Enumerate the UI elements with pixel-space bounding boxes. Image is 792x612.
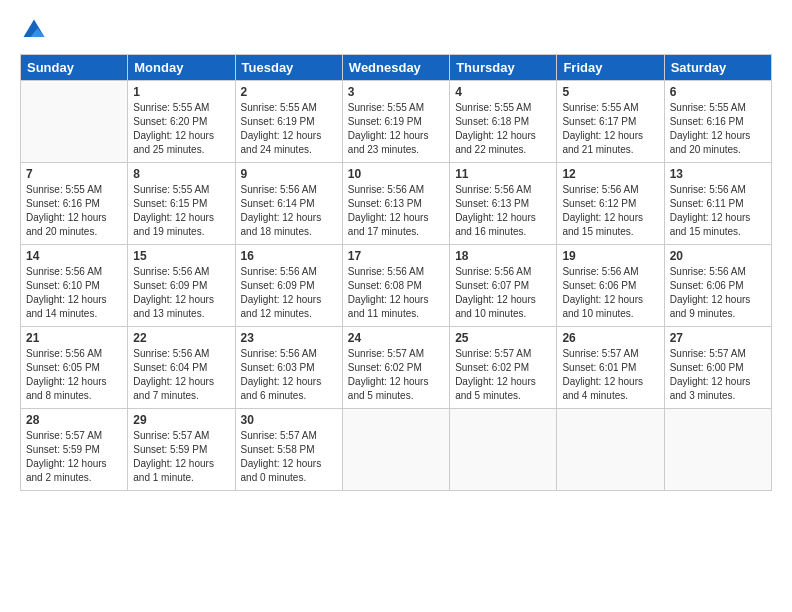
sunrise-label: Sunrise: 5:56 AM [241, 348, 317, 359]
day-number: 13 [670, 167, 766, 181]
daylight-label: Daylight: 12 hours and 7 minutes. [133, 376, 214, 401]
day-cell: 18 Sunrise: 5:56 AM Sunset: 6:07 PM Dayl… [450, 245, 557, 327]
daylight-label: Daylight: 12 hours and 9 minutes. [670, 294, 751, 319]
day-info: Sunrise: 5:56 AM Sunset: 6:06 PM Dayligh… [562, 265, 658, 321]
sunrise-label: Sunrise: 5:56 AM [670, 184, 746, 195]
weekday-header: Monday [128, 55, 235, 81]
week-row: 21 Sunrise: 5:56 AM Sunset: 6:05 PM Dayl… [21, 327, 772, 409]
sunrise-label: Sunrise: 5:56 AM [241, 266, 317, 277]
sunrise-label: Sunrise: 5:55 AM [562, 102, 638, 113]
logo-icon [20, 16, 48, 44]
sunset-label: Sunset: 6:10 PM [26, 280, 100, 291]
day-info: Sunrise: 5:57 AM Sunset: 5:59 PM Dayligh… [26, 429, 122, 485]
sunrise-label: Sunrise: 5:57 AM [348, 348, 424, 359]
day-cell: 12 Sunrise: 5:56 AM Sunset: 6:12 PM Dayl… [557, 163, 664, 245]
day-cell: 5 Sunrise: 5:55 AM Sunset: 6:17 PM Dayli… [557, 81, 664, 163]
logo [20, 16, 52, 44]
day-number: 15 [133, 249, 229, 263]
day-number: 27 [670, 331, 766, 345]
sunrise-label: Sunrise: 5:57 AM [670, 348, 746, 359]
daylight-label: Daylight: 12 hours and 13 minutes. [133, 294, 214, 319]
day-cell: 29 Sunrise: 5:57 AM Sunset: 5:59 PM Dayl… [128, 409, 235, 491]
day-info: Sunrise: 5:56 AM Sunset: 6:06 PM Dayligh… [670, 265, 766, 321]
day-cell [664, 409, 771, 491]
sunset-label: Sunset: 6:18 PM [455, 116, 529, 127]
day-number: 16 [241, 249, 337, 263]
day-cell: 24 Sunrise: 5:57 AM Sunset: 6:02 PM Dayl… [342, 327, 449, 409]
day-number: 18 [455, 249, 551, 263]
day-number: 23 [241, 331, 337, 345]
daylight-label: Daylight: 12 hours and 18 minutes. [241, 212, 322, 237]
sunrise-label: Sunrise: 5:57 AM [26, 430, 102, 441]
daylight-label: Daylight: 12 hours and 4 minutes. [562, 376, 643, 401]
day-info: Sunrise: 5:57 AM Sunset: 6:02 PM Dayligh… [348, 347, 444, 403]
day-number: 8 [133, 167, 229, 181]
sunrise-label: Sunrise: 5:57 AM [241, 430, 317, 441]
day-number: 6 [670, 85, 766, 99]
day-cell: 25 Sunrise: 5:57 AM Sunset: 6:02 PM Dayl… [450, 327, 557, 409]
daylight-label: Daylight: 12 hours and 17 minutes. [348, 212, 429, 237]
day-cell: 28 Sunrise: 5:57 AM Sunset: 5:59 PM Dayl… [21, 409, 128, 491]
weekday-header: Wednesday [342, 55, 449, 81]
sunrise-label: Sunrise: 5:55 AM [133, 102, 209, 113]
day-info: Sunrise: 5:56 AM Sunset: 6:03 PM Dayligh… [241, 347, 337, 403]
day-info: Sunrise: 5:55 AM Sunset: 6:15 PM Dayligh… [133, 183, 229, 239]
day-cell: 1 Sunrise: 5:55 AM Sunset: 6:20 PM Dayli… [128, 81, 235, 163]
week-row: 28 Sunrise: 5:57 AM Sunset: 5:59 PM Dayl… [21, 409, 772, 491]
day-number: 19 [562, 249, 658, 263]
daylight-label: Daylight: 12 hours and 15 minutes. [562, 212, 643, 237]
sunrise-label: Sunrise: 5:57 AM [133, 430, 209, 441]
sunset-label: Sunset: 6:14 PM [241, 198, 315, 209]
daylight-label: Daylight: 12 hours and 5 minutes. [455, 376, 536, 401]
day-number: 22 [133, 331, 229, 345]
daylight-label: Daylight: 12 hours and 10 minutes. [562, 294, 643, 319]
daylight-label: Daylight: 12 hours and 15 minutes. [670, 212, 751, 237]
sunset-label: Sunset: 6:15 PM [133, 198, 207, 209]
daylight-label: Daylight: 12 hours and 5 minutes. [348, 376, 429, 401]
day-cell: 14 Sunrise: 5:56 AM Sunset: 6:10 PM Dayl… [21, 245, 128, 327]
day-cell: 16 Sunrise: 5:56 AM Sunset: 6:09 PM Dayl… [235, 245, 342, 327]
daylight-label: Daylight: 12 hours and 3 minutes. [670, 376, 751, 401]
sunrise-label: Sunrise: 5:55 AM [455, 102, 531, 113]
day-info: Sunrise: 5:55 AM Sunset: 6:17 PM Dayligh… [562, 101, 658, 157]
sunrise-label: Sunrise: 5:56 AM [133, 348, 209, 359]
sunset-label: Sunset: 6:13 PM [455, 198, 529, 209]
sunset-label: Sunset: 5:58 PM [241, 444, 315, 455]
sunrise-label: Sunrise: 5:56 AM [455, 184, 531, 195]
day-cell [21, 81, 128, 163]
day-cell: 19 Sunrise: 5:56 AM Sunset: 6:06 PM Dayl… [557, 245, 664, 327]
daylight-label: Daylight: 12 hours and 11 minutes. [348, 294, 429, 319]
daylight-label: Daylight: 12 hours and 6 minutes. [241, 376, 322, 401]
weekday-header: Thursday [450, 55, 557, 81]
day-info: Sunrise: 5:57 AM Sunset: 5:58 PM Dayligh… [241, 429, 337, 485]
sunrise-label: Sunrise: 5:56 AM [133, 266, 209, 277]
sunrise-label: Sunrise: 5:56 AM [562, 184, 638, 195]
daylight-label: Daylight: 12 hours and 25 minutes. [133, 130, 214, 155]
day-number: 1 [133, 85, 229, 99]
sunrise-label: Sunrise: 5:57 AM [562, 348, 638, 359]
daylight-label: Daylight: 12 hours and 14 minutes. [26, 294, 107, 319]
day-cell: 23 Sunrise: 5:56 AM Sunset: 6:03 PM Dayl… [235, 327, 342, 409]
day-info: Sunrise: 5:55 AM Sunset: 6:20 PM Dayligh… [133, 101, 229, 157]
day-cell: 11 Sunrise: 5:56 AM Sunset: 6:13 PM Dayl… [450, 163, 557, 245]
daylight-label: Daylight: 12 hours and 19 minutes. [133, 212, 214, 237]
day-info: Sunrise: 5:57 AM Sunset: 6:02 PM Dayligh… [455, 347, 551, 403]
day-info: Sunrise: 5:56 AM Sunset: 6:11 PM Dayligh… [670, 183, 766, 239]
sunrise-label: Sunrise: 5:57 AM [455, 348, 531, 359]
daylight-label: Daylight: 12 hours and 22 minutes. [455, 130, 536, 155]
sunrise-label: Sunrise: 5:56 AM [26, 266, 102, 277]
day-number: 4 [455, 85, 551, 99]
day-info: Sunrise: 5:56 AM Sunset: 6:04 PM Dayligh… [133, 347, 229, 403]
sunset-label: Sunset: 6:20 PM [133, 116, 207, 127]
day-info: Sunrise: 5:56 AM Sunset: 6:10 PM Dayligh… [26, 265, 122, 321]
sunrise-label: Sunrise: 5:56 AM [241, 184, 317, 195]
week-row: 7 Sunrise: 5:55 AM Sunset: 6:16 PM Dayli… [21, 163, 772, 245]
day-info: Sunrise: 5:56 AM Sunset: 6:13 PM Dayligh… [348, 183, 444, 239]
day-cell [450, 409, 557, 491]
weekday-header: Tuesday [235, 55, 342, 81]
day-cell: 20 Sunrise: 5:56 AM Sunset: 6:06 PM Dayl… [664, 245, 771, 327]
sunset-label: Sunset: 6:07 PM [455, 280, 529, 291]
day-cell: 30 Sunrise: 5:57 AM Sunset: 5:58 PM Dayl… [235, 409, 342, 491]
weekday-header: Friday [557, 55, 664, 81]
sunset-label: Sunset: 6:05 PM [26, 362, 100, 373]
